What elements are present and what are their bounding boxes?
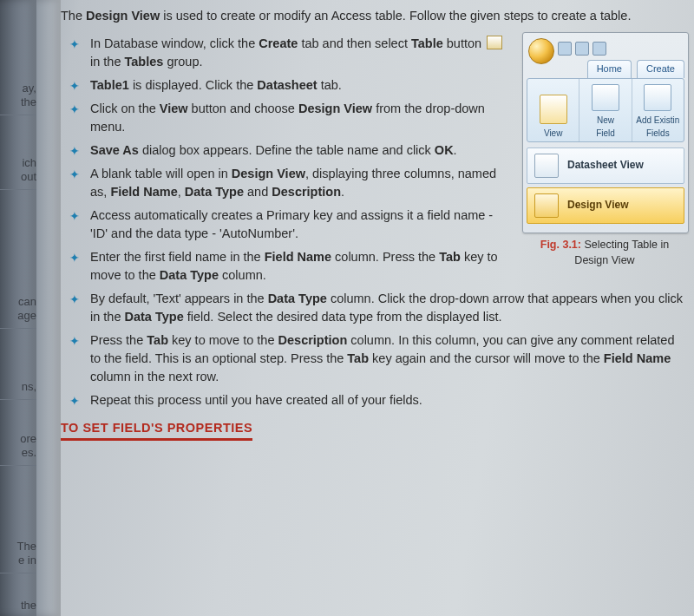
prev-fragment: the bbox=[21, 599, 36, 613]
prev-fragment: e in bbox=[18, 554, 36, 567]
prev-divider bbox=[0, 115, 36, 115]
page-gutter bbox=[36, 0, 61, 616]
intro-paragraph: The Design View is used to create or mod… bbox=[61, 7, 687, 25]
steps-list: In Database window, click the Create tab… bbox=[61, 32, 687, 412]
step-item: Press the Tab key to move to the Descrip… bbox=[61, 329, 687, 389]
step-item: In Database window, click the Create tab… bbox=[61, 32, 687, 74]
prev-fragment: The bbox=[17, 540, 36, 554]
step-item: Repeat this process until you have creat… bbox=[61, 389, 687, 412]
prev-fragment: ay, bbox=[23, 82, 36, 95]
prev-fragment: out bbox=[21, 170, 36, 184]
prev-fragment: ore bbox=[20, 432, 36, 446]
prev-fragment: es. bbox=[22, 446, 36, 460]
step-item: Enter the first field name in the Field … bbox=[61, 246, 687, 287]
step-item: By default, 'Text' appears in the Data T… bbox=[61, 287, 687, 329]
step-item: A blank table will open in Design View, … bbox=[61, 162, 687, 204]
prev-fragment: can bbox=[18, 295, 36, 309]
section-header-set-field-properties: TO SET FIELD'S PROPERTIES bbox=[61, 419, 252, 441]
prev-divider bbox=[0, 328, 36, 329]
step-item: Access automatically creates a Primary k… bbox=[61, 204, 687, 246]
prev-divider bbox=[0, 399, 36, 400]
page-content: The Design View is used to create or mod… bbox=[61, 7, 687, 616]
prev-divider bbox=[0, 573, 36, 573]
prev-divider bbox=[0, 465, 36, 466]
prev-fragment: the bbox=[21, 95, 36, 109]
previous-page-sliver: ay, the ich out can age ns, ore es. The … bbox=[0, 0, 40, 616]
step-item: Click on the View button and choose Desi… bbox=[61, 97, 687, 139]
prev-fragment: age bbox=[17, 309, 36, 323]
prev-fragment: ns, bbox=[22, 380, 36, 394]
prev-divider bbox=[0, 189, 36, 190]
step-item: Save As dialog box appears. Define the t… bbox=[61, 139, 687, 162]
prev-fragment: ich bbox=[22, 156, 36, 170]
step-item: Table1 is displayed. Click the Datasheet… bbox=[61, 74, 687, 97]
